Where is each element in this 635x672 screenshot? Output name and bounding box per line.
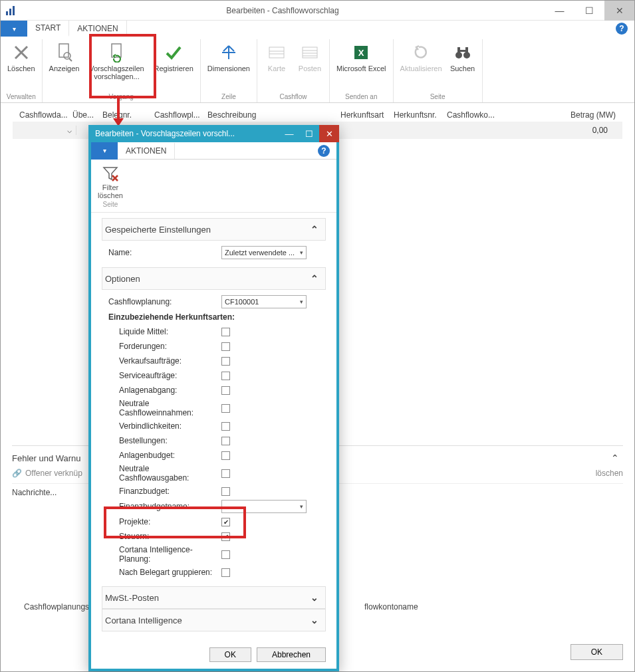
forderungen-checkbox[interactable]: [221, 342, 230, 351]
svg-rect-7: [269, 47, 284, 58]
dialog-help-icon[interactable]: ?: [318, 145, 330, 157]
neutrale-aus-checkbox[interactable]: [221, 469, 230, 478]
check-icon: [164, 41, 183, 64]
finanzbudget-checkbox[interactable]: [221, 487, 230, 496]
maximize-button[interactable]: ☐: [574, 1, 604, 21]
delete-icon: [12, 41, 31, 64]
finanzbudgetname-dropdown[interactable]: ▾: [221, 500, 307, 513]
section-optionen[interactable]: Optionen ⌃: [102, 267, 326, 290]
page-refresh-icon: [108, 41, 124, 64]
window-controls: — ☐ ✕: [545, 1, 634, 21]
dialog-ok-button[interactable]: OK: [209, 647, 251, 662]
tab-start[interactable]: START: [27, 21, 69, 37]
dimensionen-button[interactable]: Dimensionen: [203, 39, 254, 93]
col-cashflowda[interactable]: Cashflowda...: [14, 110, 67, 120]
steuern-checkbox[interactable]: [221, 532, 230, 541]
col-herkunftsnr[interactable]: Herkunftsnr.: [388, 110, 442, 120]
cortana-checkbox[interactable]: [221, 550, 230, 559]
grid-header: Cashflowda... Übe... Belegnr. Cashflowpl…: [1, 108, 634, 122]
svg-rect-1: [9, 9, 11, 15]
offener-link[interactable]: Offener verknüp: [25, 469, 82, 478]
name-dropdown[interactable]: Zuletzt verwendete ...▾: [221, 246, 307, 259]
aktualisieren-button[interactable]: Aktualisieren: [396, 39, 446, 93]
karte-button[interactable]: Karte: [260, 39, 293, 93]
dialog-titlebar: Bearbeiten - Vorschlagszeilen vorschl...…: [88, 125, 339, 142]
liquide-checkbox[interactable]: [221, 328, 230, 336]
col-beschreibung[interactable]: Beschreibung: [202, 110, 335, 120]
svg-point-16: [455, 52, 462, 58]
loeschen-link[interactable]: löschen: [596, 469, 623, 478]
belegart-checkbox[interactable]: [221, 568, 230, 577]
kontoname-label: flowkontoname: [364, 602, 418, 612]
projekte-checkbox[interactable]: [221, 518, 230, 526]
service-checkbox[interactable]: [221, 372, 230, 380]
col-uebe[interactable]: Übe...: [67, 110, 97, 120]
svg-rect-10: [303, 47, 317, 58]
page-search-icon: [57, 41, 72, 64]
dimensions-icon: [219, 41, 238, 64]
dialog-maximize-button[interactable]: ☐: [299, 125, 319, 142]
chevron-down-icon: ⌄: [311, 615, 322, 625]
main-ok-button[interactable]: OK: [571, 644, 623, 660]
svg-rect-18: [457, 47, 460, 53]
minimize-button[interactable]: —: [545, 1, 574, 21]
dialog-close-button[interactable]: ✕: [319, 125, 339, 142]
verbindlichkeiten-checkbox[interactable]: [221, 422, 230, 431]
col-herkunftsart[interactable]: Herkunftsart: [335, 110, 388, 120]
app-icon: [1, 1, 21, 21]
dialog-title-text: Bearbeiten - Vorschlagszeilen vorschl...: [95, 129, 235, 138]
col-belegnr[interactable]: Belegnr.: [97, 110, 149, 120]
registrieren-button[interactable]: Registrieren: [150, 39, 197, 93]
excel-icon: X: [352, 41, 370, 64]
dialog-body: Gespeicherte Einstellungen ⌃ Name: Zulet…: [91, 213, 336, 641]
verkaufs-checkbox[interactable]: [221, 357, 230, 366]
col-cashflowko[interactable]: Cashflowko...: [442, 110, 495, 120]
posten-button[interactable]: Posten: [293, 39, 326, 93]
neutrale-ein-checkbox[interactable]: [221, 404, 230, 413]
ribbon-group-seite: Aktualisieren Suchen Seite: [394, 39, 483, 102]
tab-aktionen[interactable]: AKTIONEN: [69, 21, 126, 37]
svg-point-17: [463, 52, 470, 58]
dialog-cancel-button[interactable]: Abbrechen: [257, 647, 326, 662]
section-cortana[interactable]: Cortana Intelligence ⌄: [102, 609, 326, 631]
section-gespeichert[interactable]: Gespeicherte Einstellungen ⌃: [102, 218, 326, 241]
dialog-file-tab[interactable]: ▾: [91, 142, 118, 160]
anlagenabgang-checkbox[interactable]: [221, 386, 230, 395]
chevron-up-icon: ⌃: [611, 453, 623, 463]
chevron-down-icon: ⌄: [311, 592, 322, 603]
anzeigen-button[interactable]: Anzeigen: [45, 39, 84, 93]
dialog-minimize-button[interactable]: —: [279, 125, 299, 142]
ribbon-group-vorgang: Anzeigen Vorschlagszeilen vorschlagen...…: [43, 39, 201, 102]
svg-rect-19: [465, 47, 468, 53]
vorschlagszeilen-button[interactable]: Vorschlagszeilen vorschlagen...: [83, 39, 150, 93]
close-button[interactable]: ✕: [604, 1, 634, 21]
anlagenbudget-checkbox[interactable]: [221, 451, 230, 460]
col-cashflowpl[interactable]: Cashflowpl...: [149, 110, 202, 120]
ribbon-group-verwalten: Löschen Verwalten: [1, 39, 43, 102]
card-icon: [267, 41, 286, 64]
row-name: Name: Zuletzt verwendete ...▾: [102, 245, 326, 261]
filter-loeschen-button[interactable]: Filterlöschen: [98, 164, 123, 199]
ribbon-group-cashflow: Karte Posten Cashflow: [257, 39, 330, 102]
planungsbe-label: Cashflowplanungsbe: [24, 602, 98, 612]
svg-rect-20: [460, 50, 465, 52]
help-icon[interactable]: ?: [616, 23, 628, 35]
ribbon-group-zeile: Dimensionen Zeile: [201, 39, 257, 102]
cell-dropdown[interactable]: ⌵: [13, 126, 76, 135]
dialog-tab-aktionen[interactable]: AKTIONEN: [118, 143, 175, 159]
bestellungen-checkbox[interactable]: [221, 437, 230, 445]
file-tab[interactable]: ▾: [1, 21, 27, 37]
svg-rect-0: [6, 11, 8, 15]
col-betrag[interactable]: Betrag (MW): [555, 110, 621, 120]
cashflowplanung-dropdown[interactable]: CF100001▾: [221, 295, 307, 308]
dialog-ribbon: Filterlöschen Seite: [91, 160, 336, 213]
excel-button[interactable]: X Microsoft Excel: [332, 39, 390, 93]
section-mwst[interactable]: MwSt.-Posten ⌄: [102, 586, 326, 609]
suchen-button[interactable]: Suchen: [446, 39, 479, 93]
einzubez-header: Einzubeziehende Herkunftsarten:: [102, 310, 326, 324]
ribbon-group-senden: X Microsoft Excel Senden an: [330, 39, 394, 102]
binoculars-icon: [453, 41, 472, 64]
loeschen-button[interactable]: Löschen: [3, 39, 39, 93]
row-cashflowplanung: Cashflowplanung: CF100001▾: [102, 294, 326, 310]
window-title: Bearbeiten - Cashflowvorschlag: [21, 6, 545, 15]
